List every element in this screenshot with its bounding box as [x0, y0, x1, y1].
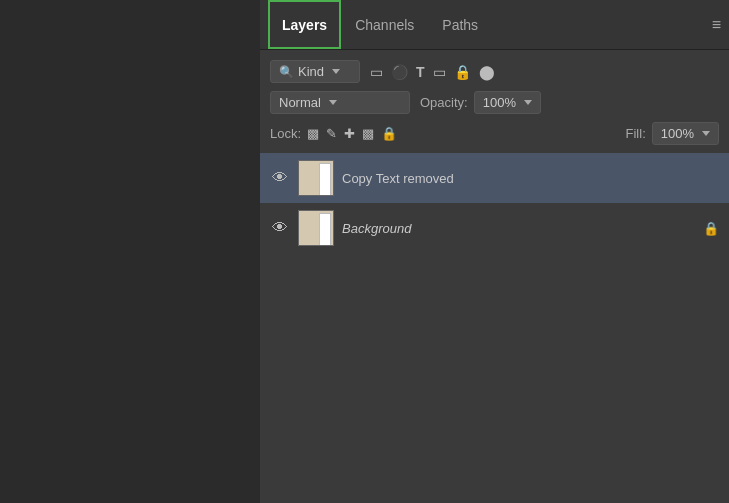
- kind-shape-icon[interactable]: ▭: [433, 64, 446, 80]
- row-blend: Normal Opacity: 100%: [260, 87, 729, 118]
- tab-paths[interactable]: Paths: [428, 0, 492, 49]
- panel-content: 🔍 Kind ▭ ⚫ T ▭ 🔒 ⬤ Normal Opacity: 100%: [260, 50, 729, 259]
- layer-lock-icon: 🔒: [703, 221, 719, 236]
- opacity-input[interactable]: 100%: [474, 91, 541, 114]
- layer-thumb-content: [299, 161, 333, 195]
- layers-list: 👁 Copy Text removed 👁 Background 🔒: [260, 153, 729, 253]
- layer-thumbnail: [298, 160, 334, 196]
- fill-value-text: 100%: [661, 126, 694, 141]
- lock-pixel-icon[interactable]: ▩: [307, 126, 319, 141]
- kind-chevron-icon: [332, 69, 340, 74]
- lock-all-icon[interactable]: 🔒: [381, 126, 397, 141]
- kind-smart-icon[interactable]: 🔒: [454, 64, 471, 80]
- panel-menu-icon[interactable]: ≡: [712, 16, 721, 34]
- lock-draw-icon[interactable]: ✎: [326, 126, 337, 141]
- lock-artboard-icon[interactable]: ▩: [362, 126, 374, 141]
- fill-label: Fill:: [626, 126, 646, 141]
- row-lock: Lock: ▩ ✎ ✚ ▩ 🔒 Fill: 100%: [260, 118, 729, 149]
- layer-name: Background: [342, 221, 695, 236]
- opacity-value-text: 100%: [483, 95, 516, 110]
- layer-name: Copy Text removed: [342, 171, 719, 186]
- row-kind: 🔍 Kind ▭ ⚫ T ▭ 🔒 ⬤: [260, 56, 729, 87]
- blend-mode-dropdown[interactable]: Normal: [270, 91, 410, 114]
- layer-thumbnail: [298, 210, 334, 246]
- search-icon: 🔍: [279, 65, 294, 79]
- tab-layers[interactable]: Layers: [268, 0, 341, 49]
- kind-circle-icon[interactable]: ⬤: [479, 64, 495, 80]
- kind-type-icon[interactable]: T: [416, 64, 425, 80]
- opacity-label: Opacity:: [420, 95, 468, 110]
- layer-visibility-icon[interactable]: 👁: [270, 169, 290, 187]
- lock-label: Lock:: [270, 126, 301, 141]
- opacity-chevron-icon: [524, 100, 532, 105]
- blend-chevron-icon: [329, 100, 337, 105]
- kind-pixel-icon[interactable]: ▭: [370, 64, 383, 80]
- tab-channels[interactable]: Channels: [341, 0, 428, 49]
- layer-row[interactable]: 👁 Copy Text removed: [260, 153, 729, 203]
- layer-thumb-content: [299, 211, 333, 245]
- blend-mode-label: Normal: [279, 95, 321, 110]
- lock-move-icon[interactable]: ✚: [344, 126, 355, 141]
- kind-adjust-icon[interactable]: ⚫: [391, 64, 408, 80]
- panel-area: Layers Channels Paths ≡ 🔍 Kind ▭ ⚫ T ▭ 🔒…: [260, 0, 729, 503]
- layer-row[interactable]: 👁 Background 🔒: [260, 203, 729, 253]
- layer-visibility-icon[interactable]: 👁: [270, 219, 290, 237]
- kind-icons-bar: ▭ ⚫ T ▭ 🔒 ⬤: [370, 64, 495, 80]
- tab-bar: Layers Channels Paths ≡: [260, 0, 729, 50]
- lock-icons-group: ▩ ✎ ✚ ▩ 🔒: [307, 126, 397, 141]
- fill-input[interactable]: 100%: [652, 122, 719, 145]
- kind-label: Kind: [298, 64, 324, 79]
- fill-chevron-icon: [702, 131, 710, 136]
- left-sidebar: [0, 0, 260, 503]
- kind-dropdown[interactable]: 🔍 Kind: [270, 60, 360, 83]
